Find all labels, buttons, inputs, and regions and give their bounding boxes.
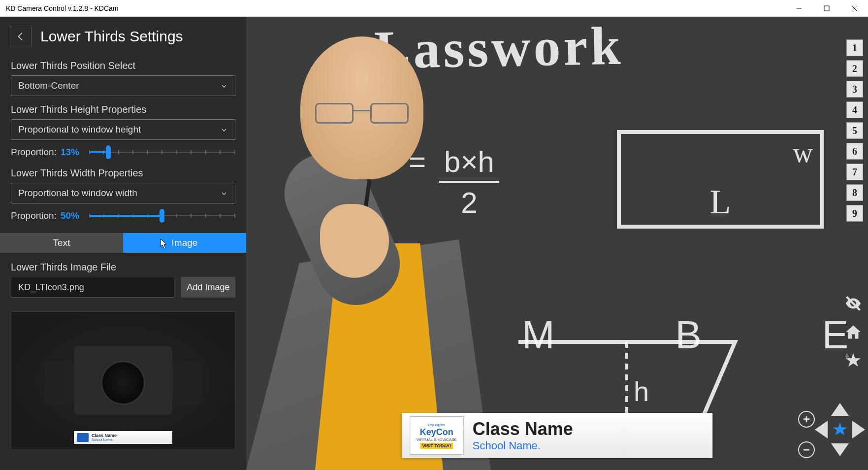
svg-text:+: +: [844, 352, 850, 361]
pan-up-button[interactable]: [831, 403, 849, 416]
width-proportion-label: Proportion:: [11, 210, 57, 221]
preview-lt-title: Class Name: [92, 434, 117, 438]
lower-third-title: Class Name: [473, 419, 573, 439]
height-proportion-value: 13%: [61, 147, 79, 158]
pan-center-button[interactable]: [831, 421, 849, 438]
window-titlebar: KD Camera Control v.1.2.8 - KDCam: [0, 0, 868, 17]
minimize-button[interactable]: [785, 0, 813, 17]
position-select-value: Bottom-Center: [18, 80, 79, 91]
preset-button-8[interactable]: 8: [846, 184, 863, 201]
camera-preview: Lasswork = b×h 2 L w M B E: [246, 17, 868, 470]
visibility-off-icon[interactable]: [844, 295, 862, 314]
chevron-down-icon: [220, 126, 228, 134]
width-proportion-slider[interactable]: [89, 208, 235, 223]
back-button[interactable]: [10, 26, 32, 47]
add-image-button[interactable]: Add Image: [181, 277, 235, 298]
maximize-button[interactable]: [813, 0, 840, 17]
pan-dpad: [818, 405, 862, 454]
window-title: KD Camera Control v.1.2.8 - KDCam: [6, 4, 118, 12]
preset-button-1[interactable]: 1: [846, 39, 863, 56]
height-properties-label: Lower Thirds Height Properties: [11, 104, 235, 115]
tab-image[interactable]: Image: [123, 233, 246, 253]
position-select-label: Lower Thirds Position Select: [11, 60, 235, 71]
tab-text[interactable]: Text: [0, 233, 123, 253]
zoom-pan-controls: + −: [798, 405, 862, 464]
width-properties-dropdown[interactable]: Proportional to window width: [11, 183, 235, 203]
chevron-down-icon: [220, 82, 228, 90]
width-properties-value: Proportional to window width: [18, 188, 137, 199]
window-controls: [785, 0, 868, 17]
lower-third-logo-icon: key digital KeyCon VIRTUAL SHOWCASE VISI…: [410, 416, 464, 455]
width-properties-label: Lower Thirds Width Properties: [11, 168, 235, 179]
camera-silhouette-icon: [49, 331, 197, 430]
add-favorite-icon[interactable]: +: [844, 352, 862, 371]
zoom-in-button[interactable]: +: [798, 411, 815, 428]
image-file-dropdown[interactable]: KD_LTIcon3.png: [11, 277, 174, 298]
image-file-label: Lower Thirds Image File: [11, 262, 235, 273]
position-select-dropdown[interactable]: Bottom-Center: [11, 75, 235, 96]
image-file-value: KD_LTIcon3.png: [18, 282, 84, 293]
chevron-down-icon: [220, 189, 228, 197]
preset-button-2[interactable]: 2: [846, 60, 863, 77]
pan-down-button[interactable]: [831, 443, 849, 456]
height-proportion-slider[interactable]: [89, 145, 235, 160]
star-icon: [832, 421, 848, 438]
chalk-rectangle: L w: [617, 130, 824, 229]
height-properties-value: Proportional to window height: [18, 124, 141, 135]
preset-button-4[interactable]: 4: [846, 101, 863, 118]
width-proportion-value: 50%: [61, 210, 79, 221]
preset-buttons: 123456789: [846, 39, 863, 222]
preset-button-6[interactable]: 6: [846, 143, 863, 160]
teacher-figure: [246, 17, 502, 470]
preview-lt-subtitle: School Name.: [92, 438, 117, 441]
lower-third-subtitle: School Name.: [473, 439, 573, 452]
home-icon[interactable]: [844, 323, 862, 343]
pan-left-button[interactable]: [815, 421, 828, 438]
lower-thirds-tabs: Text Image: [0, 233, 246, 253]
close-button[interactable]: [840, 0, 868, 17]
preset-button-9[interactable]: 9: [846, 205, 863, 222]
height-properties-dropdown[interactable]: Proportional to window height: [11, 119, 235, 140]
preview-lower-third: Class Name School Name.: [74, 431, 172, 444]
preview-lt-logo-icon: [77, 433, 89, 442]
lower-third-overlay: key digital KeyCon VIRTUAL SHOWCASE VISI…: [402, 413, 713, 458]
lower-third-preview: Class Name School Name.: [11, 311, 235, 449]
preset-button-5[interactable]: 5: [846, 122, 863, 139]
settings-sidebar: Lower Thirds Settings Lower Thirds Posit…: [0, 17, 246, 470]
pan-right-button[interactable]: [852, 421, 865, 438]
glasses-icon: [315, 103, 409, 126]
zoom-out-button[interactable]: −: [798, 441, 815, 458]
sidebar-title: Lower Thirds Settings: [40, 28, 183, 45]
preset-button-7[interactable]: 7: [846, 164, 863, 180]
svg-text:h: h: [634, 376, 649, 407]
side-icon-group: +: [844, 295, 862, 371]
svg-rect-1: [824, 6, 829, 11]
preset-button-3[interactable]: 3: [846, 81, 863, 98]
height-proportion-label: Proportion:: [11, 147, 57, 158]
arrow-left-icon: [15, 31, 26, 42]
